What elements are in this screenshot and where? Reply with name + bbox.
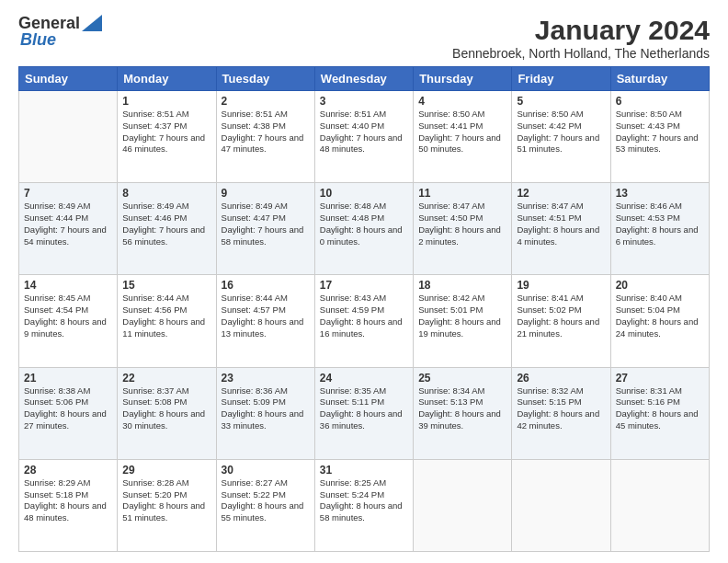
day-number: 4 — [418, 95, 506, 108]
day-number: 31 — [320, 464, 408, 477]
day-number: 6 — [616, 95, 704, 108]
table-row: 27Sunrise: 8:31 AMSunset: 5:16 PMDayligh… — [610, 367, 709, 459]
cell-info: Sunrise: 8:38 AMSunset: 5:06 PMDaylight:… — [24, 385, 107, 431]
table-row: 18Sunrise: 8:42 AMSunset: 5:01 PMDayligh… — [414, 275, 512, 367]
cell-info: Sunrise: 8:43 AMSunset: 4:59 PMDaylight:… — [320, 293, 403, 338]
logo: General Blue — [18, 15, 102, 48]
logo-blue-text: Blue — [20, 30, 56, 49]
header-tuesday: Tuesday — [216, 67, 314, 91]
header-monday: Monday — [118, 67, 216, 91]
day-number: 14 — [24, 279, 112, 292]
day-number: 28 — [24, 464, 112, 477]
day-number: 19 — [517, 279, 605, 292]
cell-info: Sunrise: 8:28 AMSunset: 5:20 PMDaylight:… — [122, 477, 205, 523]
table-row — [414, 459, 512, 551]
day-number: 25 — [418, 372, 506, 385]
table-row: 28Sunrise: 8:29 AMSunset: 5:18 PMDayligh… — [19, 459, 118, 551]
cell-info: Sunrise: 8:42 AMSunset: 5:01 PMDaylight:… — [418, 293, 501, 338]
day-number: 12 — [517, 187, 605, 200]
cell-info: Sunrise: 8:50 AMSunset: 4:41 PMDaylight:… — [418, 109, 501, 154]
cell-info: Sunrise: 8:41 AMSunset: 5:02 PMDaylight:… — [517, 293, 599, 338]
table-row — [512, 459, 610, 551]
cell-info: Sunrise: 8:44 AMSunset: 4:57 PMDaylight:… — [222, 293, 304, 338]
cell-info: Sunrise: 8:31 AMSunset: 5:16 PMDaylight:… — [616, 385, 699, 431]
table-row: 1Sunrise: 8:51 AMSunset: 4:37 PMDaylight… — [118, 91, 216, 183]
table-row: 30Sunrise: 8:27 AMSunset: 5:22 PMDayligh… — [216, 459, 314, 551]
cell-info: Sunrise: 8:51 AMSunset: 4:38 PMDaylight:… — [222, 109, 304, 154]
month-title: January 2024 — [452, 15, 710, 46]
title-block: January 2024 Bennebroek, North Holland, … — [452, 15, 710, 61]
day-number: 3 — [320, 95, 408, 108]
cell-info: Sunrise: 8:25 AMSunset: 5:24 PMDaylight:… — [320, 477, 403, 523]
cell-info: Sunrise: 8:40 AMSunset: 5:04 PMDaylight:… — [616, 293, 699, 338]
calendar-week-row: 14Sunrise: 8:45 AMSunset: 4:54 PMDayligh… — [19, 275, 710, 367]
cell-info: Sunrise: 8:45 AMSunset: 4:54 PMDaylight:… — [24, 293, 107, 338]
day-number: 11 — [418, 187, 506, 200]
header-saturday: Saturday — [610, 67, 709, 91]
day-number: 18 — [418, 279, 506, 292]
cell-info: Sunrise: 8:51 AMSunset: 4:37 PMDaylight:… — [122, 109, 205, 154]
day-number: 20 — [616, 279, 704, 292]
cell-info: Sunrise: 8:50 AMSunset: 4:43 PMDaylight:… — [616, 109, 699, 154]
cell-info: Sunrise: 8:27 AMSunset: 5:22 PMDaylight:… — [222, 477, 304, 523]
day-number: 8 — [122, 187, 210, 200]
day-number: 16 — [222, 279, 310, 292]
table-row: 19Sunrise: 8:41 AMSunset: 5:02 PMDayligh… — [512, 275, 610, 367]
cell-info: Sunrise: 8:50 AMSunset: 4:42 PMDaylight:… — [517, 109, 599, 154]
table-row: 26Sunrise: 8:32 AMSunset: 5:15 PMDayligh… — [512, 367, 610, 459]
day-number: 15 — [122, 279, 210, 292]
header-wednesday: Wednesday — [314, 67, 413, 91]
table-row: 22Sunrise: 8:37 AMSunset: 5:08 PMDayligh… — [118, 367, 216, 459]
table-row: 15Sunrise: 8:44 AMSunset: 4:56 PMDayligh… — [118, 275, 216, 367]
table-row: 25Sunrise: 8:34 AMSunset: 5:13 PMDayligh… — [414, 367, 512, 459]
logo-text: General — [18, 15, 80, 31]
day-number: 13 — [616, 187, 704, 200]
location-subtitle: Bennebroek, North Holland, The Netherlan… — [452, 46, 710, 61]
day-number: 30 — [222, 464, 310, 477]
cell-info: Sunrise: 8:32 AMSunset: 5:15 PMDaylight:… — [517, 385, 599, 431]
svg-marker-0 — [82, 15, 102, 31]
cell-info: Sunrise: 8:49 AMSunset: 4:44 PMDaylight:… — [24, 201, 107, 246]
calendar-table: Sunday Monday Tuesday Wednesday Thursday… — [18, 66, 710, 552]
cell-info: Sunrise: 8:35 AMSunset: 5:11 PMDaylight:… — [320, 385, 403, 431]
calendar-week-row: 7Sunrise: 8:49 AMSunset: 4:44 PMDaylight… — [19, 183, 710, 275]
table-row: 12Sunrise: 8:47 AMSunset: 4:51 PMDayligh… — [512, 183, 610, 275]
header: General Blue January 2024 Bennebroek, No… — [18, 15, 710, 61]
weekday-header-row: Sunday Monday Tuesday Wednesday Thursday… — [19, 67, 710, 91]
header-thursday: Thursday — [414, 67, 512, 91]
cell-info: Sunrise: 8:44 AMSunset: 4:56 PMDaylight:… — [122, 293, 205, 338]
table-row: 14Sunrise: 8:45 AMSunset: 4:54 PMDayligh… — [19, 275, 118, 367]
table-row: 16Sunrise: 8:44 AMSunset: 4:57 PMDayligh… — [216, 275, 314, 367]
day-number: 17 — [320, 279, 408, 292]
table-row: 7Sunrise: 8:49 AMSunset: 4:44 PMDaylight… — [19, 183, 118, 275]
day-number: 24 — [320, 372, 408, 385]
calendar-week-row: 21Sunrise: 8:38 AMSunset: 5:06 PMDayligh… — [19, 367, 710, 459]
table-row: 24Sunrise: 8:35 AMSunset: 5:11 PMDayligh… — [314, 367, 413, 459]
day-number: 7 — [24, 187, 112, 200]
table-row: 4Sunrise: 8:50 AMSunset: 4:41 PMDaylight… — [414, 91, 512, 183]
table-row — [19, 91, 118, 183]
logo-bird-icon — [82, 15, 102, 31]
calendar-week-row: 28Sunrise: 8:29 AMSunset: 5:18 PMDayligh… — [19, 459, 710, 551]
cell-info: Sunrise: 8:36 AMSunset: 5:09 PMDaylight:… — [222, 385, 304, 431]
day-number: 22 — [122, 372, 210, 385]
table-row: 20Sunrise: 8:40 AMSunset: 5:04 PMDayligh… — [610, 275, 709, 367]
day-number: 1 — [122, 95, 210, 108]
table-row: 17Sunrise: 8:43 AMSunset: 4:59 PMDayligh… — [314, 275, 413, 367]
day-number: 5 — [517, 95, 605, 108]
table-row: 13Sunrise: 8:46 AMSunset: 4:53 PMDayligh… — [610, 183, 709, 275]
cell-info: Sunrise: 8:47 AMSunset: 4:51 PMDaylight:… — [517, 201, 599, 246]
page: General Blue January 2024 Bennebroek, No… — [0, 0, 728, 563]
table-row: 23Sunrise: 8:36 AMSunset: 5:09 PMDayligh… — [216, 367, 314, 459]
day-number: 27 — [616, 372, 704, 385]
cell-info: Sunrise: 8:49 AMSunset: 4:46 PMDaylight:… — [122, 201, 205, 246]
table-row: 2Sunrise: 8:51 AMSunset: 4:38 PMDaylight… — [216, 91, 314, 183]
cell-info: Sunrise: 8:47 AMSunset: 4:50 PMDaylight:… — [418, 201, 501, 246]
cell-info: Sunrise: 8:34 AMSunset: 5:13 PMDaylight:… — [418, 385, 501, 431]
cell-info: Sunrise: 8:51 AMSunset: 4:40 PMDaylight:… — [320, 109, 403, 154]
day-number: 9 — [222, 187, 310, 200]
day-number: 2 — [222, 95, 310, 108]
header-sunday: Sunday — [19, 67, 118, 91]
day-number: 10 — [320, 187, 408, 200]
header-friday: Friday — [512, 67, 610, 91]
